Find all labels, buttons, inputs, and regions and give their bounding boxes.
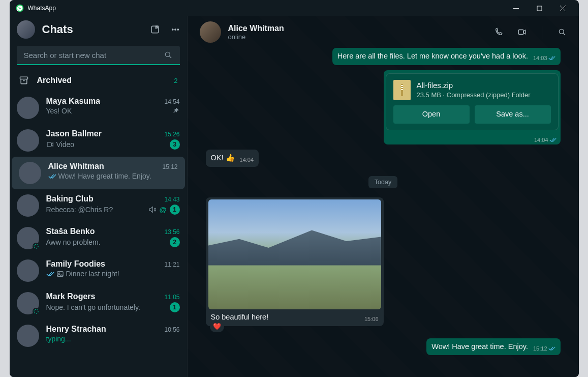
message-image-in[interactable]: So beautiful here! 15:06 ❤️ (206, 197, 384, 326)
chat-time: 15:12 (162, 163, 177, 170)
chat-row[interactable]: Family Foodies11:21 Dinner last night! (10, 254, 187, 287)
chat-preview: typing... (46, 335, 71, 343)
mention-badge: @ (160, 206, 167, 214)
unread-badge: 3 (170, 139, 180, 150)
chat-name: Jason Ballmer (46, 129, 102, 138)
svg-point-9 (34, 244, 38, 248)
status-ring-icon (33, 308, 40, 315)
chat-avatar (17, 325, 39, 347)
search-box[interactable] (17, 46, 180, 65)
window-maximize-button[interactable] (528, 0, 551, 16)
message-in[interactable]: OK! 👍 14:04 (206, 150, 259, 167)
message-out[interactable]: Wow! Have great time. Enjoy. 15:12 (426, 338, 560, 356)
chat-row[interactable]: Mark Rogers11:05Nope. I can't go unfortu… (10, 287, 187, 320)
chat-avatar (17, 97, 39, 119)
svg-rect-13 (518, 30, 523, 35)
reaction-badge[interactable]: ❤️ (210, 321, 224, 332)
contact-avatar[interactable] (200, 21, 221, 43)
search-in-chat-icon[interactable] (558, 27, 567, 37)
archived-count: 2 (174, 77, 177, 84)
window-minimize-button[interactable] (505, 0, 528, 16)
file-meta: 23.5 MB · Compressed (zipped) Folder (417, 91, 531, 100)
chat-row[interactable]: Maya Kasuma14:54Yes! OK (10, 92, 187, 124)
chat-time: 14:43 (164, 196, 179, 203)
chat-row[interactable]: Alice Whitman15:12 Wow! Have great time.… (12, 157, 185, 189)
chat-row[interactable]: Staša Benko13:56Aww no problem.2 (10, 222, 187, 254)
contact-name: Alice Whitman (228, 24, 284, 33)
chat-preview: Yes! OK (46, 107, 72, 115)
svg-rect-16 (401, 85, 403, 86)
window-close-button[interactable] (551, 0, 575, 16)
more-icon[interactable] (171, 25, 180, 34)
chat-avatar (17, 129, 39, 152)
contact-status: online (228, 33, 284, 41)
read-receipt-icon (548, 55, 555, 61)
voice-call-icon[interactable] (494, 27, 503, 37)
zip-file-icon (393, 80, 411, 100)
chat-row[interactable]: Baking Club14:43Rebecca: @Chris R?@1 (10, 189, 187, 222)
chat-header[interactable]: Alice Whitman online (188, 16, 579, 48)
file-open-button[interactable]: Open (393, 105, 470, 124)
read-receipt-icon (548, 346, 555, 351)
svg-point-3 (172, 29, 173, 30)
whatsapp-logo-icon (16, 4, 24, 12)
unread-badge: 1 (170, 205, 180, 215)
chat-time: 11:05 (164, 294, 179, 301)
search-input[interactable] (24, 51, 159, 60)
chat-name: Family Foodies (46, 259, 105, 269)
muted-icon (148, 206, 157, 214)
archived-row[interactable]: Archived 2 (10, 69, 187, 92)
svg-point-4 (174, 29, 175, 30)
search-icon (164, 50, 173, 60)
chat-time: 15:26 (164, 131, 179, 138)
my-avatar[interactable] (17, 20, 35, 39)
svg-rect-8 (47, 142, 51, 147)
pin-icon (172, 107, 180, 115)
new-chat-icon[interactable] (150, 25, 160, 34)
chat-preview: Wow! Have great time. Enjoy. (48, 172, 151, 180)
chat-name: Henry Strachan (46, 325, 106, 334)
video-icon (46, 140, 54, 149)
message-text: Wow! Have great time. Enjoy. (431, 342, 528, 351)
file-saveas-button[interactable]: Save as... (475, 105, 551, 124)
chat-avatar (17, 259, 39, 282)
message-list: Here are all the files. Let me know once… (188, 48, 579, 377)
video-call-icon[interactable] (517, 27, 527, 37)
message-file-out[interactable]: All-files.zip 23.5 MB · Compressed (zipp… (384, 70, 561, 145)
chat-preview: Video (46, 140, 75, 149)
status-ring-icon (33, 243, 40, 250)
svg-point-5 (177, 29, 178, 30)
sidebar-title: Chats (42, 23, 143, 36)
archive-icon (19, 75, 29, 85)
chat-preview: Dinner last night! (46, 270, 119, 278)
app-title: WhatsApp (28, 5, 56, 12)
file-name: All-files.zip (417, 80, 531, 91)
unread-badge: 2 (170, 237, 180, 247)
message-text: So beautiful here! (211, 313, 269, 321)
chat-avatar (19, 162, 41, 184)
chat-row[interactable]: Jason Ballmer15:26 Video3 (10, 124, 187, 157)
svg-point-12 (34, 309, 38, 313)
chat-name: Maya Kasuma (46, 97, 101, 106)
sidebar: Chats Archived 2 Maya Kasuma14:54Yes! OK… (10, 16, 188, 377)
svg-rect-10 (57, 271, 63, 276)
image-attachment[interactable] (208, 199, 381, 309)
titlebar: WhatsApp (10, 0, 579, 16)
chat-list: Maya Kasuma14:54Yes! OKJason Ballmer15:2… (10, 92, 187, 377)
message-out[interactable]: Here are all the files. Let me know once… (332, 48, 561, 65)
svg-rect-1 (537, 6, 542, 11)
chat-preview: Rebecca: @Chris R? (46, 206, 113, 214)
chat-preview: Aww no problem. (46, 238, 101, 246)
chat-row[interactable]: Henry Strachan10:56typing... (10, 320, 187, 352)
svg-rect-17 (401, 87, 403, 88)
svg-point-14 (559, 29, 564, 34)
chat-avatar (17, 194, 39, 217)
chat-pane: Alice Whitman online Here are all the fi… (188, 16, 579, 377)
image-icon (56, 270, 64, 278)
chat-name: Alice Whitman (48, 162, 104, 171)
chat-name: Mark Rogers (46, 292, 96, 301)
chat-preview: Nope. I can't go unfortunately. (46, 303, 140, 311)
chat-name: Baking Club (46, 194, 94, 204)
svg-point-6 (165, 52, 170, 56)
message-text: OK! 👍 (211, 154, 235, 162)
